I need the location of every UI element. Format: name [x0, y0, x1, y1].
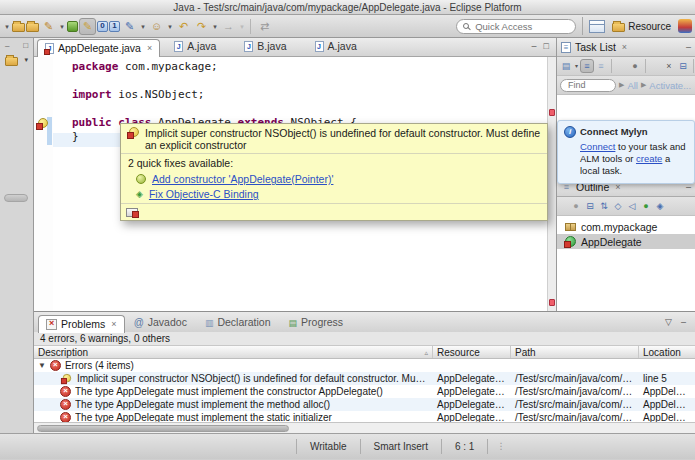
connect-link[interactable]: Connect: [580, 141, 615, 152]
new-wizard-chevron-icon[interactable]: ▾: [3, 18, 11, 35]
outline-item-package[interactable]: com.mypackage: [557, 219, 695, 234]
open-perspective-icon[interactable]: [589, 20, 605, 33]
column-path[interactable]: Path: [511, 346, 639, 358]
forward-navigation-chevron-icon[interactable]: ▾: [211, 18, 219, 35]
quick-fix-error-icon[interactable]: [36, 118, 49, 130]
horizontal-scrollbar[interactable]: [34, 422, 695, 433]
problems-group-row[interactable]: ▼ Errors (4 items): [34, 359, 695, 372]
problem-row[interactable]: Implicit super constructor NSObject() is…: [34, 372, 695, 385]
progress-icon: [289, 316, 298, 328]
external-tools-chevron-icon[interactable]: ▾: [58, 18, 66, 35]
column-resource[interactable]: Resource: [433, 346, 511, 358]
scheduled-presentation-icon[interactable]: ≡: [594, 59, 608, 73]
quick-access-input[interactable]: [473, 20, 569, 33]
maximize-icon[interactable]: □: [544, 42, 549, 51]
restore-view-button[interactable]: □: [23, 41, 28, 50]
scrollbar-thumb[interactable]: [37, 425, 289, 432]
categorized-presentation-icon[interactable]: ≡: [580, 59, 594, 73]
problem-row[interactable]: The type AppDelegate must implement the …: [34, 385, 695, 398]
problem-row[interactable]: The type AppDelegate must implement the …: [34, 398, 695, 411]
forward-navigation-icon[interactable]: ↷: [193, 18, 210, 35]
focus-on-workweek-icon[interactable]: ●: [628, 59, 642, 73]
close-icon[interactable]: ×: [147, 43, 152, 53]
collapse-all-icon[interactable]: ⊟: [583, 199, 597, 213]
error-marker[interactable]: [549, 109, 555, 116]
back-navigation-icon[interactable]: ↶: [175, 18, 192, 35]
tab-declaration[interactable]: Declaration: [196, 314, 280, 332]
new-java-element-chevron-icon[interactable]: ▾: [139, 18, 147, 35]
code-line: import ios.NSObject;: [53, 88, 546, 102]
close-icon[interactable]: ×: [111, 319, 116, 329]
editor-tab-appdelegate[interactable]: AppDelegate.java ×: [37, 39, 160, 57]
expand-collapse-icon[interactable]: ▼: [38, 359, 46, 372]
overview-ruler[interactable]: [547, 57, 556, 311]
annotation-ruler[interactable]: [34, 57, 53, 311]
java-perspective-icon[interactable]: [678, 19, 692, 33]
editor-tab-bar: AppDelegate.java × A.java B.java: [34, 38, 556, 57]
new-java-element-icon[interactable]: ✎: [121, 18, 138, 35]
java-launch-0-icon[interactable]: 0: [97, 21, 108, 32]
eclipse-window: Java - Test/src/main/java/com/mypackage/…: [0, 0, 695, 460]
debug-icon[interactable]: [67, 21, 78, 32]
close-icon[interactable]: ×: [622, 42, 627, 52]
export-icon[interactable]: [26, 23, 39, 32]
focus-icon[interactable]: ●: [569, 199, 583, 213]
problems-table-header: Description ▵ Resource Path Location: [34, 345, 695, 359]
code-editor[interactable]: package com.mypackage; import ios.NSObje…: [34, 57, 556, 311]
status-drag-handle[interactable]: ⋮: [487, 439, 514, 454]
new-task-chevron-icon[interactable]: ▾: [573, 59, 580, 73]
quick-fix-item[interactable]: ◈ Fix Objective-C Binding: [128, 187, 540, 202]
hide-fields-icon[interactable]: ◇: [611, 199, 625, 213]
package-explorer-icon[interactable]: [5, 57, 18, 66]
editor-tab-a-java[interactable]: A.java: [160, 38, 230, 56]
forward-history-chevron-icon[interactable]: ▾: [238, 18, 246, 35]
fix-objc-binding-link[interactable]: Fix Objective-C Binding: [149, 188, 259, 200]
error-marker[interactable]: [549, 299, 555, 306]
problems-view-icon[interactable]: [126, 208, 138, 217]
resource-perspective-button[interactable]: Resource: [609, 19, 674, 33]
quick-fix-item[interactable]: Add constructor 'AppDelegate(Pointer)': [128, 172, 540, 187]
link-with-editor-icon[interactable]: ⇄: [256, 18, 273, 35]
import-icon[interactable]: [12, 23, 25, 32]
find-box[interactable]: [560, 79, 616, 92]
activate-task-link[interactable]: Activate...: [649, 80, 691, 91]
filter-all-link[interactable]: All: [627, 80, 638, 91]
chevron-down-icon[interactable]: ▾: [24, 56, 28, 64]
find-input[interactable]: [566, 79, 610, 91]
create-task-link[interactable]: create: [636, 153, 662, 164]
filter-completed-icon[interactable]: ×: [662, 59, 676, 73]
minimize-view-button[interactable]: –: [5, 41, 9, 50]
minimize-icon[interactable]: –: [532, 42, 537, 51]
editor-tab-a2-java[interactable]: A.java: [301, 38, 371, 56]
hide-local-types-icon[interactable]: ◈: [653, 199, 667, 213]
quick-access-box[interactable]: [456, 19, 576, 34]
java-launch-1-icon[interactable]: 1: [109, 21, 120, 32]
minimize-icon[interactable]: –: [686, 42, 691, 52]
outline-item-class[interactable]: AppDelegate: [557, 234, 695, 249]
view-menu-icon[interactable]: ▽: [665, 317, 672, 327]
insert-mode-status[interactable]: Smart Insert: [360, 439, 441, 454]
collapse-all-icon[interactable]: ⊟: [676, 59, 690, 73]
tab-problems[interactable]: Problems ×: [38, 315, 125, 333]
code-line: [53, 102, 546, 116]
task-list-tab-label[interactable]: Task List: [575, 41, 616, 53]
tab-progress[interactable]: Progress: [280, 314, 353, 332]
hide-static-members-icon[interactable]: ◁: [625, 199, 639, 213]
column-location[interactable]: Location: [639, 346, 695, 358]
quick-fix-tooltip: Implicit super constructor NSObject() is…: [120, 123, 548, 221]
hide-non-public-icon[interactable]: ●: [639, 199, 653, 213]
open-task-icon[interactable]: ☺: [148, 18, 165, 35]
add-constructor-link[interactable]: Add constructor 'AppDelegate(Pointer)': [152, 173, 333, 185]
highlight-tool-icon[interactable]: ✎: [79, 18, 96, 35]
problem-row[interactable]: The type AppDelegate must implement the …: [34, 411, 695, 422]
new-task-icon[interactable]: ▤: [559, 59, 573, 73]
forward-history-icon[interactable]: →: [220, 18, 237, 35]
external-tools-icon[interactable]: ✎: [40, 18, 57, 35]
editor-tab-b-java[interactable]: B.java: [230, 38, 300, 56]
collapsed-sash-handle[interactable]: [4, 194, 28, 202]
column-description[interactable]: Description ▵: [34, 346, 433, 358]
open-task-chevron-icon[interactable]: ▾: [166, 18, 174, 35]
tab-javadoc[interactable]: Javadoc: [125, 314, 196, 332]
sort-icon[interactable]: ⇅: [597, 199, 611, 213]
minimize-icon[interactable]: –: [681, 317, 686, 327]
